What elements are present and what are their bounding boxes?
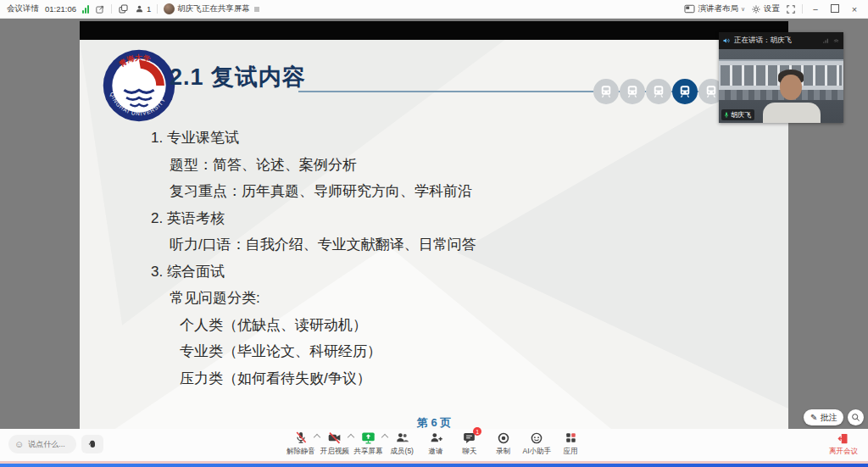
unmute-button[interactable]: 解除静音 [285, 431, 317, 460]
raise-hand-button[interactable] [81, 435, 103, 453]
slide-line: 1. 专业课笔试 [151, 125, 476, 152]
close-button[interactable]: × [848, 4, 861, 14]
slide-title: 2.1 复试内容 [170, 62, 306, 92]
network-signal-icon [82, 5, 89, 14]
members-button[interactable]: 成员(5) [386, 431, 418, 460]
slide-line: 复习重点：历年真题、导师研究方向、学科前沿 [170, 178, 476, 205]
ai-assistant-label: AI小助手 [522, 447, 551, 457]
camera-off-icon [327, 431, 342, 445]
participant-count: 1 [147, 4, 151, 14]
top-toolbar: 会议详情 01:21:06 1 胡庆飞正在共享屏幕 演讲者布局 ∨ 设置 [0, 0, 868, 19]
sharing-menu-icon[interactable] [253, 5, 261, 14]
speaker-face [780, 75, 802, 100]
maximize-icon [831, 4, 839, 13]
page-number: 第 6 页 [80, 415, 788, 429]
university-logo: 青海大学 QINGHAI UNIVERSITY [102, 48, 176, 123]
main-controls: 解除静音 开启视频 共享屏幕 成员(5) 邀请 1 聊天 [285, 431, 587, 460]
slide-top-black-bar [80, 21, 788, 40]
sharing-status-label: 胡庆飞正在共享屏幕 [177, 3, 250, 14]
slide-line: 压力类（如何看待失败/争议） [180, 365, 476, 392]
sharing-status: 胡庆飞正在共享屏幕 [164, 3, 261, 14]
fullscreen-icon[interactable] [786, 4, 796, 14]
participant-count-indicator[interactable]: 1 [135, 4, 151, 14]
mic-icon [724, 112, 729, 119]
train-step-icon [620, 79, 645, 104]
meeting-timer: 01:21:06 [45, 4, 76, 14]
slide-line: 专业类（毕业论文、科研经历） [180, 338, 476, 365]
record-button[interactable]: 录制 [487, 431, 520, 460]
message-input-box[interactable]: ☺ [8, 435, 76, 453]
speaker-video-tile[interactable]: 正在讲话：胡庆飞 胡庆飞 [719, 32, 843, 123]
chat-icon: 1 [462, 431, 476, 445]
share-screen-label: 共享屏幕 [354, 447, 383, 457]
emoji-icon[interactable]: ☺ [14, 440, 24, 449]
annotate-button[interactable]: ✎ 批注 [804, 409, 843, 425]
video-name-label: 胡庆飞 [731, 110, 751, 120]
switch-window-icon[interactable] [118, 3, 129, 14]
record-label: 录制 [496, 447, 510, 457]
chevron-down-icon: ∨ [741, 6, 745, 13]
hand-gesture-icon [87, 439, 97, 449]
speaker-shoulders [763, 103, 821, 123]
audio-icon [832, 37, 840, 45]
apps-button[interactable]: 应用 [554, 431, 587, 460]
speaking-now-label: 正在讲话：胡庆飞 [734, 36, 819, 46]
chat-button[interactable]: 1 聊天 [453, 431, 486, 460]
train-step-icon-active [672, 79, 698, 104]
meeting-window: 会议详情 01:21:06 1 胡庆飞正在共享屏幕 演讲者布局 ∨ 设置 [0, 0, 868, 467]
invite-button[interactable]: 邀请 [420, 431, 452, 460]
members-icon [395, 431, 409, 445]
speaker-layout-button[interactable]: 演讲者布局 ∨ [684, 3, 745, 14]
chat-unread-badge: 1 [473, 427, 481, 436]
leave-meeting-button[interactable]: 离开会议 [829, 432, 858, 457]
slide-line: 听力/口语：自我介绍、专业文献翻译、日常问答 [170, 231, 476, 259]
slide-line: 2. 英语考核 [151, 205, 476, 232]
unmute-label: 解除静音 [287, 447, 315, 457]
minimize-button[interactable]: − [809, 4, 822, 14]
train-step-icon [593, 79, 619, 104]
leave-meeting-label: 离开会议 [829, 447, 858, 457]
video-header-icons [822, 37, 840, 45]
annotate-label: 批注 [820, 412, 837, 424]
slide-line: 个人类（优缺点、读研动机） [180, 312, 476, 339]
slide-line: 3. 综合面试 [151, 259, 476, 286]
apps-grid-icon [565, 431, 577, 445]
shared-slide: 青海大学 QINGHAI UNIVERSITY 2.1 复试内容 1. 专业课笔… [80, 21, 788, 429]
share-screen-button[interactable]: 共享屏幕 [353, 431, 385, 460]
pen-icon: ✎ [810, 413, 817, 422]
video-name-badge: 胡庆飞 [721, 109, 754, 120]
speaker-volume-icon [722, 36, 731, 45]
slide-content: 1. 专业课笔试 题型：简答、论述、案例分析 复习重点：历年真题、导师研究方向、… [151, 125, 476, 392]
record-icon [497, 431, 510, 445]
maximize-button[interactable] [828, 4, 842, 14]
zoom-button[interactable] [848, 409, 864, 425]
message-group: ☺ [8, 435, 103, 453]
magnifier-icon [851, 413, 860, 422]
slide-line: 常见问题分类: [170, 285, 476, 312]
invite-label: 邀请 [429, 447, 443, 457]
gear-icon [751, 4, 761, 14]
members-label: 成员(5) [391, 447, 414, 457]
meeting-details-button[interactable]: 会议详情 [7, 3, 39, 14]
message-input[interactable] [26, 439, 70, 449]
pop-out-icon[interactable] [95, 4, 105, 14]
divider [802, 4, 803, 14]
meeting-details-label: 会议详情 [7, 3, 39, 14]
ai-assistant-button[interactable]: AI小助手 [520, 431, 553, 460]
invite-icon [429, 431, 443, 445]
speaker-layout-label: 演讲者布局 [698, 3, 738, 14]
sharer-avatar [164, 3, 175, 14]
train-step-icon [646, 79, 671, 104]
apps-label: 应用 [564, 447, 578, 457]
settings-button[interactable]: 设置 [751, 3, 780, 14]
divider [157, 4, 158, 14]
slide-line: 题型：简答、论述、案例分析 [170, 152, 476, 179]
leave-door-icon [837, 432, 850, 445]
video-feed: 胡庆飞 [719, 49, 843, 123]
start-video-button[interactable]: 开启视频 [319, 431, 351, 460]
chat-label: 聊天 [462, 447, 476, 457]
divider [111, 4, 112, 14]
taskbar-strip [0, 464, 868, 467]
video-header: 正在讲话：胡庆飞 [719, 32, 843, 49]
share-screen-icon [361, 431, 376, 445]
